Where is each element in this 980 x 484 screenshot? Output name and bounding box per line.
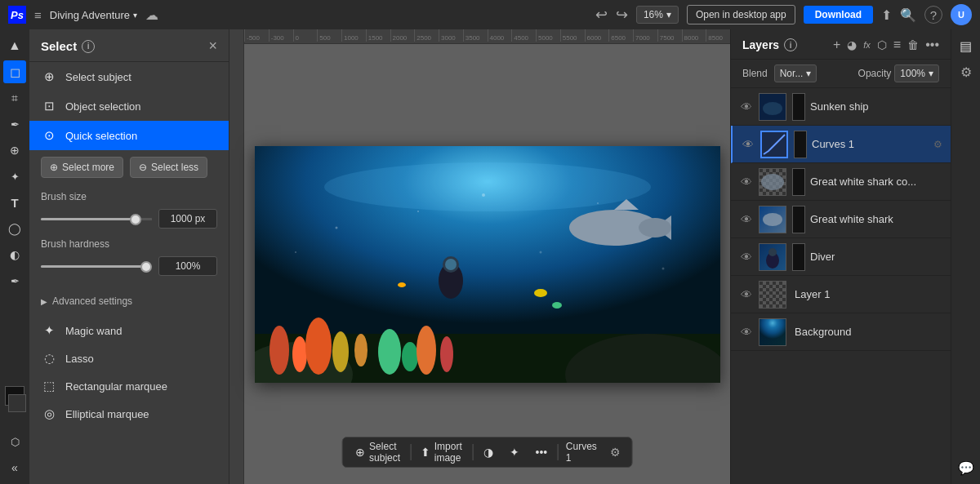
layers-sidebar-icon[interactable]: ▤ — [955, 34, 978, 57]
pen-tool[interactable]: ✒ — [3, 113, 26, 135]
enhance-button[interactable]: ✦ — [501, 441, 528, 464]
download-button[interactable]: Download — [804, 6, 873, 24]
adjust-tool[interactable]: ⬡ — [3, 430, 26, 453]
group-layer-icon[interactable]: ≡ — [893, 38, 901, 52]
chat-sidebar-icon[interactable]: 💬 — [955, 456, 978, 479]
select-more-icon: ⊕ — [50, 162, 58, 173]
select-subject-button[interactable]: ⊕ Select subject — [347, 436, 408, 468]
canvas-image[interactable] — [255, 146, 720, 383]
collapse-panel-icon[interactable]: « — [3, 456, 26, 479]
svg-point-39 — [768, 248, 777, 256]
shape-tool[interactable]: ◯ — [3, 217, 26, 240]
diver-layer[interactable]: 👁 Diver — [731, 238, 951, 276]
cloud-sync-icon[interactable]: ☁ — [145, 7, 158, 23]
object-selection-item[interactable]: ⊡ Object selection — [29, 91, 229, 121]
layer1-layer[interactable]: 👁 Layer 1 — [731, 276, 951, 313]
panel-close-icon[interactable]: × — [208, 38, 217, 55]
background-layer[interactable]: 👁 Background — [731, 313, 951, 351]
import-image-button[interactable]: ⬆ Import image — [412, 436, 471, 468]
sunken-ship-layer[interactable]: 👁 Sunken ship — [731, 88, 951, 126]
curves1-layer[interactable]: 👁 Curves 1 ⚙ — [731, 126, 951, 163]
opacity-label: Opacity — [858, 68, 892, 79]
select-more-button[interactable]: ⊕ Select more — [41, 157, 123, 178]
layer-visibility-eye-icon[interactable]: 👁 — [739, 213, 754, 226]
select-subject-item[interactable]: ⊕ Select subject — [29, 62, 229, 91]
select-less-button[interactable]: ⊖ Select less — [130, 157, 207, 178]
layer-visibility-eye-icon[interactable]: 👁 — [739, 100, 754, 113]
layer-mask-thumbnail — [792, 168, 805, 196]
great-white-shark-layer[interactable]: 👁 Great white shark — [731, 201, 951, 238]
share-icon[interactable]: ⬆ — [881, 7, 892, 23]
open-desktop-button[interactable]: Open in desktop app — [687, 5, 795, 24]
panel-info-icon[interactable]: i — [82, 40, 95, 53]
properties-sidebar-icon[interactable]: ⚙ — [955, 60, 978, 83]
layer-visibility-eye-icon[interactable]: 👁 — [739, 175, 754, 189]
svg-point-36 — [761, 174, 784, 190]
layer-visibility-eye-icon[interactable]: 👁 — [739, 326, 754, 339]
gradient-tool[interactable]: ◐ — [3, 243, 26, 266]
quick-selection-item[interactable]: ⊙ Quick selection — [29, 121, 229, 150]
opacity-value-control[interactable]: 100% ▾ — [894, 64, 939, 82]
text-tool[interactable]: T — [3, 191, 26, 214]
more-layer-options-icon[interactable]: ••• — [925, 38, 939, 52]
mask-button[interactable]: ◑ — [475, 441, 501, 464]
undo-button[interactable]: ↩ — [595, 6, 608, 24]
magic-wand-item[interactable]: ✦ Magic wand — [29, 317, 229, 344]
redo-button[interactable]: ↪ — [616, 6, 628, 24]
layer-visibility-eye-icon[interactable]: 👁 — [741, 138, 755, 151]
layer-name-label: Great white shark co... — [810, 175, 942, 188]
elliptical-marquee-item[interactable]: ◎ Elliptical marquee — [29, 400, 229, 428]
hamburger-icon[interactable]: ≡ — [34, 8, 42, 22]
brush-hardness-slider[interactable] — [41, 265, 152, 268]
lasso-item[interactable]: ◌ Lasso — [29, 344, 229, 372]
help-icon[interactable]: ? — [924, 6, 942, 24]
canvas-svg — [255, 146, 720, 383]
mask-layer-icon[interactable]: ⬡ — [877, 38, 887, 51]
layer-visibility-eye-icon[interactable]: 👁 — [739, 288, 754, 301]
layer-name-label: Diver — [810, 251, 942, 263]
eyedropper-tool[interactable]: ✒ — [3, 269, 26, 292]
opacity-row: Opacity 100% ▾ — [858, 64, 939, 82]
bottom-toolbar: ⊕ Select subject ⬆ Import image ◑ ✦ — [341, 437, 633, 468]
move-tool[interactable]: ▲ — [3, 34, 26, 57]
ruler-corner — [229, 29, 244, 44]
more-icon: ••• — [536, 446, 548, 459]
more-tools-list: ✦ Magic wand ◌ Lasso ⬚ Rectangular marqu… — [29, 317, 229, 428]
svg-point-27 — [417, 211, 419, 212]
great-white-shark-co-layer[interactable]: 👁 Great white shark co... — [731, 163, 951, 201]
fx-layer-icon[interactable]: fx — [863, 40, 871, 50]
layers-info-icon[interactable]: i — [784, 38, 797, 51]
svg-point-29 — [597, 202, 599, 204]
zoom-control[interactable]: 16% ▾ — [636, 6, 679, 24]
magic-wand-icon: ✦ — [41, 323, 57, 338]
title-chevron-icon: ▾ — [133, 11, 137, 20]
rectangular-marquee-item[interactable]: ⬚ Rectangular marquee — [29, 372, 229, 400]
background-color[interactable] — [8, 394, 26, 412]
layer-settings-icon[interactable]: ⚙ — [933, 139, 942, 150]
brush-hardness-value[interactable]: 100% — [158, 256, 217, 276]
heal-tool[interactable]: ⊕ — [3, 139, 26, 162]
advanced-settings-toggle[interactable]: ▶ Advanced settings — [29, 292, 229, 310]
mask-icon: ◑ — [483, 446, 493, 459]
layer-thumbnail — [759, 168, 786, 196]
svg-rect-40 — [760, 319, 786, 345]
delete-layer-icon[interactable]: 🗑 — [907, 38, 919, 51]
brush-size-slider[interactable] — [41, 218, 152, 220]
layer-visibility-eye-icon[interactable]: 👁 — [739, 251, 754, 264]
document-title[interactable]: Diving Adventure ▾ — [50, 9, 137, 21]
layer-name-label: Curves 1 — [812, 138, 929, 150]
search-icon[interactable]: 🔍 — [900, 7, 916, 23]
user-avatar[interactable]: U — [951, 4, 972, 25]
svg-point-25 — [398, 282, 406, 287]
blend-mode-select[interactable]: Nor... ▾ — [774, 64, 817, 82]
crop-tool[interactable]: ⌗ — [3, 87, 26, 109]
clone-tool[interactable]: ✦ — [3, 165, 26, 188]
more-options-button[interactable]: ••• — [528, 441, 556, 464]
brush-size-value[interactable]: 1000 px — [158, 209, 217, 229]
thumb-svg — [760, 94, 786, 120]
color-layer-icon[interactable]: ◕ — [847, 38, 857, 51]
layer-settings-button[interactable]: ⚙ — [604, 442, 627, 462]
add-layer-icon[interactable]: + — [833, 38, 840, 52]
select-tool[interactable]: ◻ — [3, 60, 26, 83]
svg-point-23 — [534, 289, 547, 297]
